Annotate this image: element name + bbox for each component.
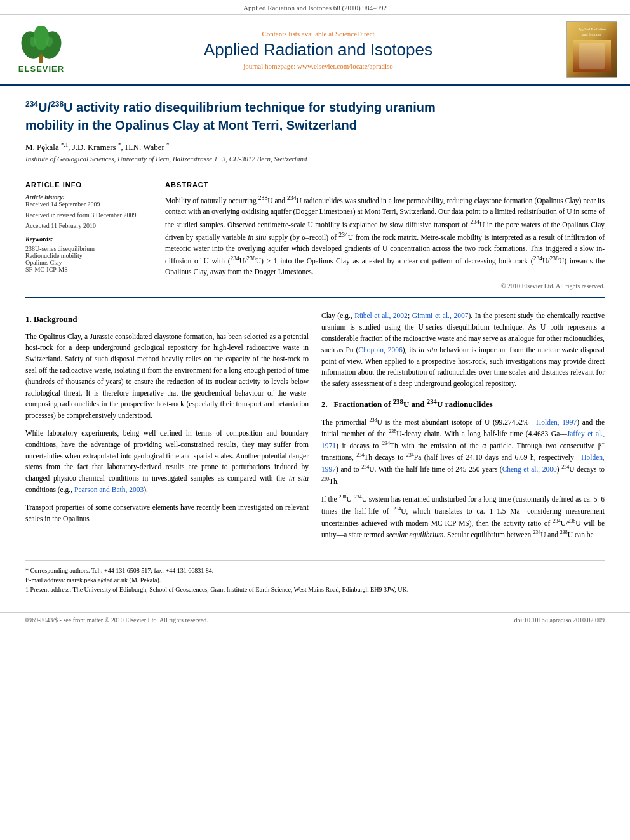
title-sup2: 238: [51, 100, 64, 109]
journal-name: Applied Radiation and Isotopes: [70, 40, 566, 60]
body-para-1: The Opalinus Clay, a Jurassic consolidat…: [25, 331, 309, 422]
accepted-date: Accepted 11 February 2010: [25, 222, 142, 229]
keyword-2: Radionuclide mobility: [25, 252, 142, 259]
body-para-4: Clay (e.g., Rübel et al., 2002; Gimmi et…: [321, 310, 605, 390]
body-para-2: While laboratory experiments, being well…: [25, 428, 309, 496]
elsevier-text: ELSEVIER: [18, 64, 64, 74]
section1-heading: 1. Background: [25, 313, 309, 326]
choppin-ref[interactable]: Choppin, 2006: [358, 346, 402, 354]
elsevier-logo: ELSEVIER: [13, 26, 70, 74]
jaffey-ref[interactable]: Jaffey et al., 1971: [321, 430, 605, 450]
title-sup1: 234: [25, 100, 38, 109]
journal-cover-image: Applied Radiationand Isotopes: [566, 21, 617, 78]
article-title: 234U/238U activity ratio disequilibrium …: [25, 98, 605, 134]
body-para-3: Transport properties of some conservativ…: [25, 502, 309, 525]
body-columns: 1. Background The Opalinus Clay, a Juras…: [25, 310, 605, 547]
homepage-url[interactable]: www.elsevier.com/locate/apradiso: [297, 62, 393, 70]
holden-ref2[interactable]: Holden, 1997: [321, 453, 605, 473]
cheng-ref[interactable]: Cheng et al., 2000: [502, 465, 557, 473]
journal-title-block: Contents lists available at ScienceDirec…: [70, 30, 566, 70]
affiliation: Institute of Geological Sciences, Univer…: [25, 155, 605, 163]
keyword-4: SF-MC-ICP-MS: [25, 266, 142, 273]
journal-citation: Applied Radiation and Isotopes 68 (2010)…: [243, 4, 387, 11]
article-info-title: ARTICLE INFO: [25, 181, 142, 189]
received-date: Received 14 September 2009: [25, 201, 142, 208]
section2-heading: 2. Fractionation of 238U and 234U radion…: [321, 396, 605, 411]
gimmi-ref[interactable]: Gimmi et al., 2007: [412, 312, 469, 319]
history-label: Article history:: [25, 194, 142, 201]
elsevier-tree-icon: [19, 26, 64, 64]
main-content: 234U/238U activity ratio disequilibrium …: [0, 86, 630, 607]
footnote-email: E-mail address: marek.pekala@ed.ac.uk (M…: [25, 575, 605, 585]
keyword-3: Opalinus Clay: [25, 259, 142, 266]
received-revised-date: Received in revised form 3 December 2009: [25, 211, 142, 218]
copyright-line: © 2010 Elsevier Ltd. All rights reserved…: [165, 283, 605, 290]
authors: M. Pękala *,1, J.D. Kramers *, H.N. Wabe…: [25, 142, 605, 152]
keyword-1: 238U-series disequilibrium: [25, 245, 142, 252]
pearson-bath-ref[interactable]: Pearson and Bath, 2003: [74, 486, 144, 493]
body-para-5: The primordial 238U is the most abundant…: [321, 417, 605, 488]
footnote-dagger: 1 Present address: The University of Edi…: [25, 585, 605, 594]
journal-homepage: journal homepage: www.elsevier.com/locat…: [70, 62, 566, 70]
article-meta: ARTICLE INFO Article history: Received 1…: [25, 173, 605, 298]
holden1997-ref[interactable]: Holden, 1997: [536, 418, 577, 425]
page-wrapper: Applied Radiation and Isotopes 68 (2010)…: [0, 0, 630, 627]
abstract-text: Mobility of naturally occurring 238U and…: [165, 194, 605, 277]
rubel-ref[interactable]: Rübel et al., 2002: [354, 312, 408, 319]
abstract-section: ABSTRACT Mobility of naturally occurring…: [165, 181, 605, 290]
journal-top-bar: Applied Radiation and Isotopes 68 (2010)…: [0, 0, 630, 15]
col-left: 1. Background The Opalinus Clay, a Juras…: [25, 310, 309, 547]
body-para-6: If the 238U-234U system has remained und…: [321, 493, 605, 541]
sciencedirect-line: Contents lists available at ScienceDirec…: [70, 30, 566, 37]
col-right: Clay (e.g., Rübel et al., 2002; Gimmi et…: [321, 310, 605, 547]
footer-copyright: 0969-8043/$ - see front matter © 2010 El…: [25, 617, 208, 623]
footnotes: * Corresponding authors. Tel.: +44 131 6…: [25, 560, 605, 594]
sciencedirect-label[interactable]: ScienceDirect: [335, 30, 375, 37]
footer-doi: doi:10.1016/j.apradiso.2010.02.009: [514, 617, 605, 623]
footnote-star: * Corresponding authors. Tel.: +44 131 6…: [25, 566, 605, 575]
footer-bar: 0969-8043/$ - see front matter © 2010 El…: [0, 612, 630, 627]
abstract-title: ABSTRACT: [165, 181, 605, 189]
journal-header: ELSEVIER Contents lists available at Sci…: [0, 15, 630, 86]
article-info: ARTICLE INFO Article history: Received 1…: [25, 181, 152, 290]
keywords-label: Keywords:: [25, 236, 142, 243]
